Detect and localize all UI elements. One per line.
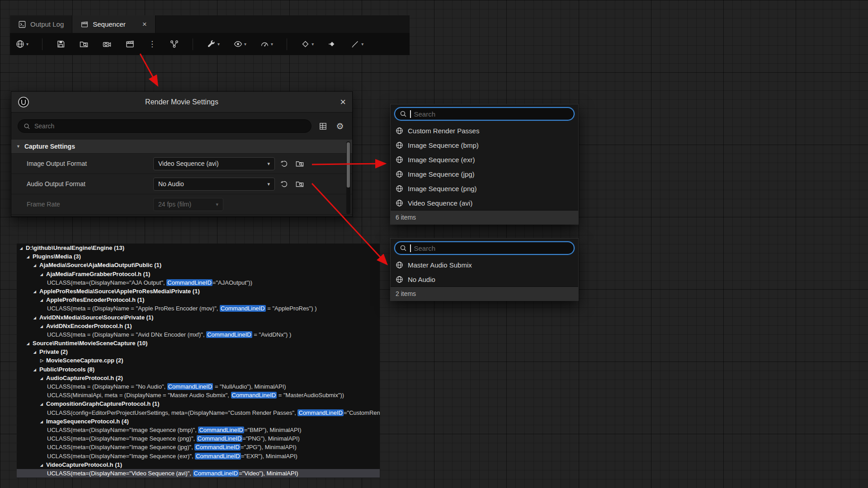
- expanded-node-icon[interactable]: ◢: [20, 244, 26, 253]
- search-icon: [400, 244, 407, 252]
- expanded-node-icon[interactable]: ◢: [27, 339, 33, 348]
- items-count-footer: 2 items: [391, 286, 578, 300]
- dropdown-option[interactable]: Custom Render Passes: [391, 123, 578, 138]
- search-result-line[interactable]: UCLASS(meta=(DisplayName="Image Sequence…: [17, 443, 380, 451]
- collapsed-node-icon[interactable]: ▷: [40, 356, 46, 365]
- browse-icon[interactable]: [294, 178, 306, 190]
- toolbar-separator: [42, 38, 42, 50]
- tools-button[interactable]: ▾: [207, 39, 220, 49]
- render-movie-button[interactable]: [125, 39, 135, 49]
- dropdown-option[interactable]: Master Audio Submix: [391, 258, 578, 272]
- expanded-node-icon[interactable]: ◢: [27, 253, 33, 261]
- sequencer-toolbar: ▾ ⋮ ▾ ▾ ▾: [10, 33, 410, 55]
- tree-node[interactable]: ◢D:\github\UnrealEngine\Engine (13): [17, 244, 380, 252]
- scrollbar-thumb[interactable]: [347, 142, 350, 188]
- settings-search-input[interactable]: Search: [18, 119, 311, 133]
- save-button[interactable]: [56, 39, 66, 49]
- dropdown-option[interactable]: Image Sequence (exr): [391, 152, 578, 167]
- sequence-hierarchy-button[interactable]: [170, 39, 179, 49]
- tree-node[interactable]: ◢AjaMedia\Source\AjaMediaOutput\Public (…: [17, 261, 380, 269]
- tree-node[interactable]: ◢Public\Protocols (8): [17, 365, 380, 374]
- tree-node[interactable]: ◢AjaMediaFrameGrabberProtocol.h (1): [17, 270, 380, 278]
- items-count-footer: 6 items: [391, 210, 578, 224]
- search-result-line[interactable]: UCLASS(meta=(DisplayName="Video Sequence…: [17, 469, 380, 478]
- expanded-node-icon[interactable]: ◢: [33, 348, 39, 357]
- close-tab-icon[interactable]: ×: [142, 20, 147, 28]
- search-result-line[interactable]: UCLASS(config=EditorPerProjectUserSettin…: [17, 408, 380, 417]
- search-placeholder: Search: [34, 122, 54, 130]
- dropdown-option[interactable]: Image Sequence (jpg): [391, 167, 578, 181]
- dropdown-option-label: No Audio: [408, 276, 435, 283]
- expanded-node-icon[interactable]: ◢: [33, 366, 39, 374]
- search-result-line[interactable]: UCLASS(meta=(DisplayName="Image Sequence…: [17, 452, 380, 460]
- expanded-node-icon[interactable]: ◢: [40, 418, 46, 426]
- popup-search-input[interactable]: Search: [394, 241, 575, 255]
- expanded-node-icon[interactable]: ◢: [40, 322, 46, 331]
- popup-search-input[interactable]: Search: [394, 107, 575, 121]
- more-options-button[interactable]: ⋮: [148, 40, 156, 48]
- text-caret: [410, 110, 411, 118]
- use-selected-icon[interactable]: [278, 178, 290, 190]
- tree-node[interactable]: ◢ImageSequenceProtocol.h (4): [17, 417, 380, 426]
- dropdown-option-label: Video Sequence (avi): [408, 199, 472, 207]
- tab-output-log[interactable]: Output Log: [10, 15, 72, 33]
- tab-bar: Output Log Sequencer ×: [10, 15, 410, 33]
- tree-node[interactable]: ◢Private (2): [17, 347, 380, 356]
- search-result-line[interactable]: UCLASS(meta=(DisplayName="AJA Output", C…: [17, 278, 380, 287]
- curve-options-button[interactable]: ▾: [350, 39, 363, 49]
- tree-node[interactable]: ◢AvidDNxEncoderProtocol.h (1): [17, 322, 380, 330]
- dialog-title-bar[interactable]: Render Movie Settings ×: [11, 92, 352, 113]
- tree-node[interactable]: ◢AppleProResMedia\Source\AppleProResMedi…: [17, 287, 380, 296]
- column-view-icon[interactable]: [317, 120, 329, 132]
- dropdown-option[interactable]: Video Sequence (avi): [391, 196, 578, 210]
- tree-node[interactable]: ◢Plugins\Media (3): [17, 252, 380, 261]
- view-options-button[interactable]: ▾: [233, 39, 246, 49]
- class-sphere-icon: [396, 127, 403, 135]
- dropdown-value: 24 fps (film): [158, 201, 191, 208]
- tree-node[interactable]: ◢Source\Runtime\MovieSceneCapture (10): [17, 339, 380, 347]
- expanded-node-icon[interactable]: ◢: [33, 287, 39, 296]
- dropdown-option[interactable]: Image Sequence (png): [391, 181, 578, 196]
- dropdown-option[interactable]: Image Sequence (bmp): [391, 138, 578, 152]
- settings-gear-icon[interactable]: ⚙: [334, 120, 346, 132]
- browse-icon[interactable]: [294, 158, 306, 169]
- expanded-node-icon[interactable]: ◢: [33, 261, 39, 270]
- expanded-node-icon[interactable]: ◢: [33, 314, 39, 322]
- search-result-line[interactable]: UCLASS(meta=(DisplayName="Image Sequence…: [17, 434, 380, 443]
- keying-options-button[interactable]: ▾: [301, 39, 314, 49]
- image-output-format-dropdown[interactable]: Video Sequence (avi) ▾: [153, 157, 275, 170]
- tree-node[interactable]: ◢AvidDNxMedia\Source\Source\Private (1): [17, 313, 380, 322]
- search-result-line[interactable]: UCLASS(meta = (DisplayName = "Avid DNx E…: [17, 330, 380, 339]
- create-camera-button[interactable]: [102, 39, 112, 49]
- audio-output-format-dropdown[interactable]: No Audio ▾: [153, 178, 275, 191]
- playback-options-button[interactable]: ▾: [260, 39, 273, 49]
- expanded-node-icon[interactable]: ◢: [40, 296, 46, 305]
- tree-node[interactable]: ▷MovieSceneCapture.cpp (2): [17, 356, 380, 365]
- tree-node[interactable]: ◢AppleProResEncoderProtocol.h (1): [17, 296, 380, 304]
- find-in-content-browser-button[interactable]: [79, 39, 89, 49]
- expanded-node-icon[interactable]: ◢: [40, 270, 46, 279]
- class-sphere-icon: [396, 261, 403, 269]
- expanded-node-icon[interactable]: ◢: [40, 461, 46, 469]
- toolbar-separator: [287, 38, 287, 50]
- search-placeholder: Search: [414, 110, 436, 118]
- expanded-node-icon[interactable]: ◢: [40, 374, 46, 383]
- search-result-line[interactable]: UCLASS(meta=(DisplayName="Image Sequence…: [17, 426, 380, 434]
- use-selected-icon[interactable]: [278, 158, 290, 169]
- search-result-line[interactable]: UCLASS(meta = (DisplayName = "No Audio",…: [17, 382, 380, 391]
- world-button[interactable]: ▾: [15, 39, 28, 49]
- search-result-line[interactable]: UCLASS(meta = (DisplayName = "Apple ProR…: [17, 304, 380, 313]
- dropdown-option[interactable]: No Audio: [391, 272, 578, 286]
- expanded-node-icon[interactable]: ◢: [40, 400, 46, 408]
- close-dialog-icon[interactable]: ×: [340, 97, 346, 107]
- dialog-scrollbar[interactable]: [346, 141, 350, 214]
- auto-key-button[interactable]: [327, 39, 337, 49]
- tree-node[interactable]: ◢CompositionGraphCaptureProtocol.h (1): [17, 399, 380, 408]
- capture-settings-section-header[interactable]: ▼ Capture Settings: [11, 140, 352, 154]
- search-result-line[interactable]: UCLASS(MinimalApi, meta = (DisplayName =…: [17, 391, 380, 399]
- image-output-format-popup: Search Custom Render Passes Image Sequen…: [390, 104, 579, 225]
- tab-sequencer[interactable]: Sequencer ×: [72, 15, 156, 33]
- tree-node[interactable]: ◢AudioCaptureProtocol.h (2): [17, 374, 380, 382]
- tree-node[interactable]: ◢VideoCaptureProtocol.h (1): [17, 460, 380, 469]
- search-match-highlight: CommandLineID: [206, 331, 252, 338]
